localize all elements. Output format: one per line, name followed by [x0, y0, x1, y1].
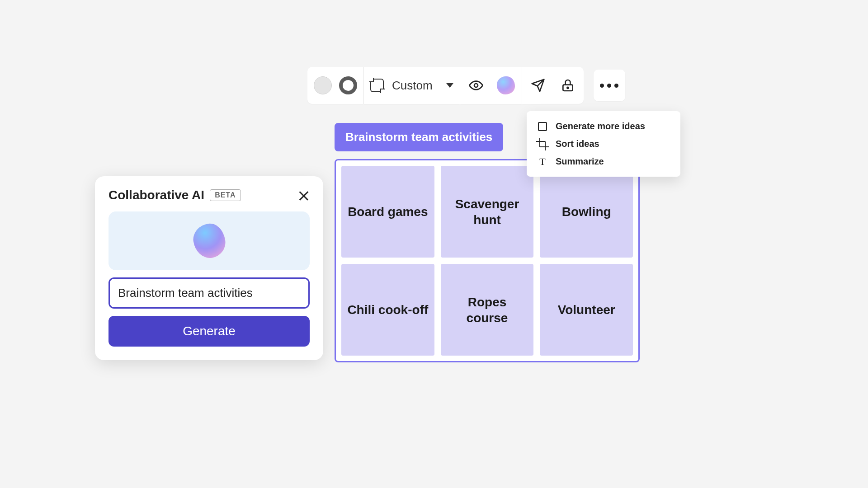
canvas-frame[interactable]: Board games Scavenger hunt Bowling Chili… [335, 159, 640, 362]
idea-card[interactable]: Chili cook-off [341, 264, 434, 356]
frame-size-group[interactable]: Custom [364, 67, 460, 104]
idea-card-text: Scavenger hunt [446, 196, 528, 228]
fill-color-swatch[interactable] [314, 76, 332, 94]
frame-title-text: Brainstorm team activities [345, 130, 492, 144]
stroke-color-swatch[interactable] [339, 76, 357, 94]
idea-card[interactable]: Volunteer [540, 264, 633, 356]
menu-item-generate-more[interactable]: Generate more ideas [531, 117, 676, 135]
ai-context-menu: Generate more ideas Sort ideas T Summari… [527, 111, 680, 177]
idea-card-text: Board games [348, 204, 428, 220]
ai-preview-area [108, 211, 310, 270]
more-options-button[interactable] [594, 70, 625, 101]
share-group [522, 67, 584, 104]
ai-assist-button[interactable] [496, 76, 515, 95]
lock-button[interactable] [558, 76, 577, 95]
ai-panel-title: Collaborative AI [108, 188, 204, 202]
visibility-toggle[interactable] [467, 76, 486, 95]
idea-card[interactable]: Scavenger hunt [441, 166, 534, 258]
square-icon [538, 122, 547, 131]
frame-size-label: Custom [392, 79, 433, 93]
idea-card[interactable]: Ropes course [441, 264, 534, 356]
send-button[interactable] [528, 76, 547, 95]
beta-badge: BETA [210, 189, 241, 201]
view-group [460, 67, 522, 104]
menu-item-label: Summarize [556, 156, 604, 167]
svg-point-2 [567, 87, 568, 89]
idea-card[interactable]: Board games [341, 166, 434, 258]
ai-panel-header: Collaborative AI BETA [108, 188, 310, 202]
menu-item-summarize[interactable]: T Summarize [531, 153, 676, 170]
idea-card-text: Bowling [562, 204, 611, 220]
idea-card[interactable]: Bowling [540, 166, 633, 258]
generate-button-label: Generate [183, 324, 236, 338]
idea-card-text: Volunteer [558, 302, 615, 318]
menu-item-label: Sort ideas [556, 139, 599, 149]
text-icon: T [538, 157, 547, 167]
menu-item-label: Generate more ideas [556, 121, 645, 131]
crop-icon [538, 139, 547, 149]
frame-title-tab[interactable]: Brainstorm team activities [335, 123, 503, 151]
color-group [307, 67, 363, 104]
ai-prompt-input[interactable] [108, 277, 310, 309]
ai-blob-icon [191, 221, 227, 260]
idea-card-text: Chili cook-off [347, 302, 428, 318]
svg-point-0 [474, 84, 478, 87]
close-button[interactable] [298, 189, 310, 201]
ai-panel: Collaborative AI BETA Generate [95, 176, 323, 360]
chevron-down-icon [446, 83, 453, 88]
idea-card-text: Ropes course [446, 294, 528, 326]
ellipsis-icon [600, 84, 618, 88]
frame-icon [370, 79, 384, 92]
ai-blob-icon [497, 76, 515, 94]
top-toolbar: Custom [307, 67, 625, 104]
frame-size-selector[interactable]: Custom [370, 79, 453, 93]
generate-button[interactable]: Generate [108, 316, 310, 347]
menu-item-sort[interactable]: Sort ideas [531, 135, 676, 153]
